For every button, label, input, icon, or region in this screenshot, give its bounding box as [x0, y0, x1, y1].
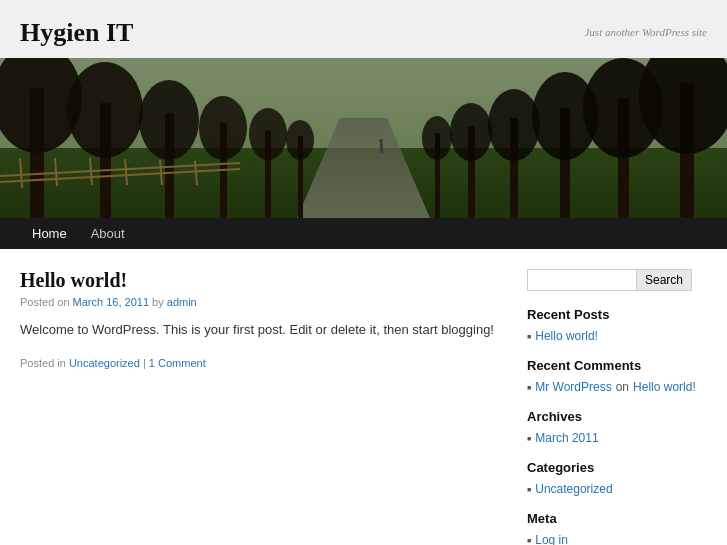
list-item: Mr WordPress on Hello world!	[527, 379, 707, 395]
nav-link-home[interactable]: Home	[20, 218, 79, 249]
svg-point-15	[286, 120, 314, 160]
recent-comments-section: Recent Comments Mr WordPress on Hello wo…	[527, 358, 707, 395]
recent-posts-list: Hello world!	[527, 328, 707, 344]
svg-point-13	[249, 108, 287, 160]
comment-post-link[interactable]: Hello world!	[633, 380, 696, 394]
svg-rect-36	[380, 143, 383, 153]
posted-on-label: Posted on	[20, 296, 73, 308]
list-item: Log in	[527, 532, 707, 545]
recent-posts-heading: Recent Posts	[527, 307, 707, 322]
archives-list: March 2011	[527, 430, 707, 446]
site-tagline: Just another WordPress site	[584, 26, 707, 38]
search-button[interactable]: Search	[637, 269, 692, 291]
nav-list: Home About	[0, 218, 727, 249]
list-item: Uncategorized	[527, 481, 707, 497]
archive-link-1[interactable]: March 2011	[535, 431, 598, 445]
meta-section: Meta Log in Entries RSS Comments RSS Wor…	[527, 511, 707, 545]
search-input[interactable]	[527, 269, 637, 291]
recent-comments-heading: Recent Comments	[527, 358, 707, 373]
content-area: Hello world! Posted on March 16, 2011 by…	[0, 249, 727, 545]
svg-point-23	[488, 89, 540, 161]
meta-link-login[interactable]: Log in	[535, 533, 568, 545]
search-widget: Search	[527, 269, 707, 291]
svg-point-7	[67, 62, 143, 158]
post-content-text: Welcome to WordPress. This is your first…	[20, 320, 507, 341]
post: Hello world! Posted on March 16, 2011 by…	[20, 269, 507, 369]
post-footer: Posted in Uncategorized | 1 Comment	[20, 357, 507, 369]
commenter-link[interactable]: Mr WordPress	[535, 380, 611, 394]
svg-point-27	[422, 116, 452, 160]
site-title: Hygien IT	[20, 18, 133, 48]
post-meta: Posted on March 16, 2011 by admin	[20, 296, 507, 308]
recent-comments-list: Mr WordPress on Hello world!	[527, 379, 707, 395]
svg-point-37	[379, 139, 383, 143]
archives-section: Archives March 2011	[527, 409, 707, 446]
svg-point-9	[139, 80, 199, 160]
site-header: Hygien IT Just another WordPress site	[0, 0, 727, 58]
page-wrapper: Hygien IT Just another WordPress site	[0, 0, 727, 545]
list-item: March 2011	[527, 430, 707, 446]
categories-list: Uncategorized	[527, 481, 707, 497]
post-date-link[interactable]: March 16, 2011	[73, 296, 149, 308]
svg-point-25	[450, 103, 492, 161]
header-image	[0, 58, 727, 218]
svg-point-21	[532, 72, 598, 160]
category-link-1[interactable]: Uncategorized	[535, 482, 612, 496]
categories-section: Categories Uncategorized	[527, 460, 707, 497]
meta-heading: Meta	[527, 511, 707, 526]
post-title: Hello world!	[20, 269, 507, 292]
nav-item-home[interactable]: Home	[20, 218, 79, 249]
svg-point-11	[199, 96, 247, 160]
sidebar: Search Recent Posts Hello world! Recent …	[527, 269, 707, 545]
meta-list: Log in Entries RSS Comments RSS WordPres…	[527, 532, 707, 545]
nav-item-about[interactable]: About	[79, 218, 137, 249]
nav-link-about[interactable]: About	[79, 218, 137, 249]
recent-post-link-1[interactable]: Hello world!	[535, 329, 598, 343]
post-author-link[interactable]: admin	[167, 296, 197, 308]
archives-heading: Archives	[527, 409, 707, 424]
navigation: Home About	[0, 218, 727, 249]
recent-posts-section: Recent Posts Hello world!	[527, 307, 707, 344]
list-item: Hello world!	[527, 328, 707, 344]
categories-heading: Categories	[527, 460, 707, 475]
comment-connector: on	[616, 380, 629, 394]
main-content: Hello world! Posted on March 16, 2011 by…	[20, 269, 507, 545]
